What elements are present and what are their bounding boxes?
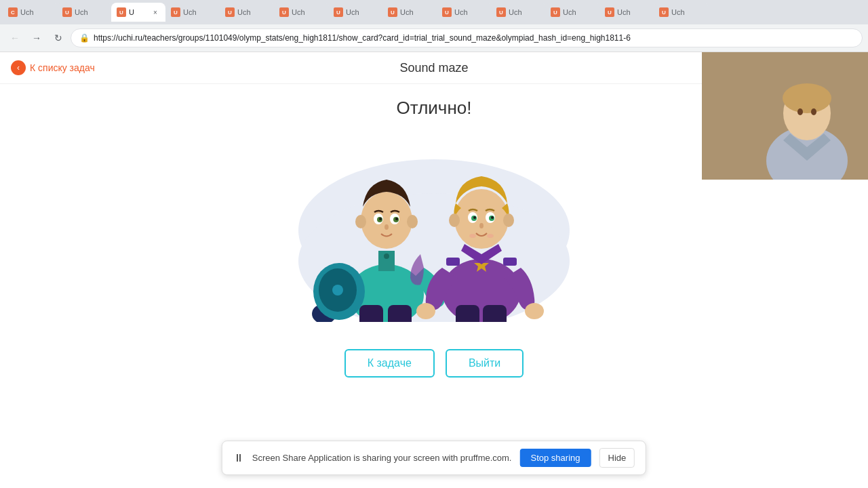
tab-label-12: Uch [617,8,631,16]
svg-point-25 [407,215,418,228]
tab-close-3[interactable]: × [151,7,160,17]
tab-favicon-9: U [442,7,452,17]
tab-8[interactable]: U Uch [382,3,437,22]
characters-svg [278,132,590,322]
tab-2[interactable]: U Uch [57,3,111,22]
tab-favicon-13: U [659,7,669,17]
svg-point-39 [473,216,476,219]
tab-label-10: Uch [509,8,522,16]
svg-rect-10 [359,305,383,322]
stop-sharing-button[interactable]: Stop sharing [519,449,591,467]
lock-icon: 🔒 [79,33,90,43]
heading-otlichno: Отлично! [397,98,472,119]
svg-point-30 [525,303,544,319]
svg-point-27 [384,253,389,259]
svg-point-41 [479,223,484,228]
page-title: Sound maze [399,61,468,75]
tab-11[interactable]: U Uch [545,3,599,22]
address-bar[interactable]: 🔒 https://uchi.ru/teachers/groups/110104… [71,28,863,47]
back-arrow-icon: ‹ [11,60,26,75]
back-to-list-link[interactable]: ‹ К списку задач [11,60,95,75]
url-text: https://uchi.ru/teachers/groups/1101049/… [94,33,631,43]
tab-13[interactable]: U Uch [654,3,708,22]
action-buttons: К задаче Выйти [344,349,524,378]
tab-favicon-7: U [334,7,343,17]
tab-label-8: Uch [400,8,414,16]
svg-point-45 [503,214,514,227]
tab-favicon-3: U [117,7,126,17]
page-content: ‹ К списку задач Sound maze Отлично! [0,52,868,488]
nav-bar: ← → ↻ 🔒 https://uchi.ru/teachers/groups/… [0,24,868,52]
tab-favicon-11: U [551,7,560,17]
tab-label-6: Uch [292,8,305,16]
video-person [702,52,868,180]
svg-point-42 [469,234,476,238]
svg-point-23 [384,224,389,230]
svg-rect-48 [503,258,517,266]
svg-point-21 [379,218,382,220]
tab-3-active[interactable]: U U × [111,3,165,22]
svg-point-22 [395,218,398,220]
svg-rect-31 [456,305,479,322]
tab-4[interactable]: U Uch [165,3,220,22]
svg-rect-11 [388,305,412,322]
to-task-button[interactable]: К задаче [344,349,435,378]
hide-button[interactable]: Hide [599,448,635,468]
tab-label-5: Uch [237,8,251,16]
tab-favicon-1: C [8,7,18,17]
exit-button[interactable]: Выйти [446,349,524,378]
tab-label-9: Uch [454,8,468,16]
video-overlay [702,52,868,180]
svg-point-16 [361,192,412,249]
tab-bar: C Uch U Uch U U × U Uch U Uch U Uch U Uc… [0,0,868,24]
tab-9[interactable]: U Uch [437,3,491,22]
back-button[interactable]: ← [5,28,24,47]
svg-point-14 [332,285,343,296]
tab-label-1: Uch [20,8,34,16]
tab-1[interactable]: C Uch [3,3,57,22]
tab-5[interactable]: U Uch [220,3,274,22]
svg-rect-32 [483,305,507,322]
tab-label-4: Uch [183,8,197,16]
svg-point-34 [454,189,509,249]
svg-point-29 [416,303,435,319]
tab-favicon-8: U [388,7,397,17]
svg-point-4 [783,83,831,113]
svg-rect-47 [446,258,460,266]
screen-share-message: Screen Share Application is sharing your… [252,453,512,463]
tab-7[interactable]: U Uch [328,3,382,22]
characters-illustration [278,132,590,322]
back-label: К списку задач [30,62,95,73]
tab-6[interactable]: U Uch [274,3,328,22]
browser-chrome: C Uch U Uch U U × U Uch U Uch U Uch U Uc… [0,0,868,52]
tab-label-13: Uch [671,8,685,16]
svg-point-44 [449,214,460,227]
svg-point-5 [797,108,803,115]
tab-label-11: Uch [563,8,576,16]
forward-button[interactable]: → [27,28,46,47]
svg-point-24 [355,215,366,228]
screen-share-banner: ⏸ Screen Share Application is sharing yo… [222,441,646,475]
tab-12[interactable]: U Uch [599,3,654,22]
tab-favicon-5: U [225,7,235,17]
tab-favicon-10: U [496,7,506,17]
svg-point-6 [811,108,816,115]
tab-favicon-4: U [171,7,180,17]
tab-10[interactable]: U Uch [491,3,545,22]
screen-share-icon: ⏸ [233,452,244,464]
tab-favicon-6: U [279,7,289,17]
svg-point-40 [491,216,494,219]
svg-point-43 [487,234,494,238]
tab-label-7: Uch [346,8,359,16]
tab-label-3: U [129,8,134,16]
tab-favicon-2: U [62,7,72,17]
reload-button[interactable]: ↻ [49,28,68,47]
tab-favicon-12: U [605,7,614,17]
tab-label-2: Uch [75,8,88,16]
